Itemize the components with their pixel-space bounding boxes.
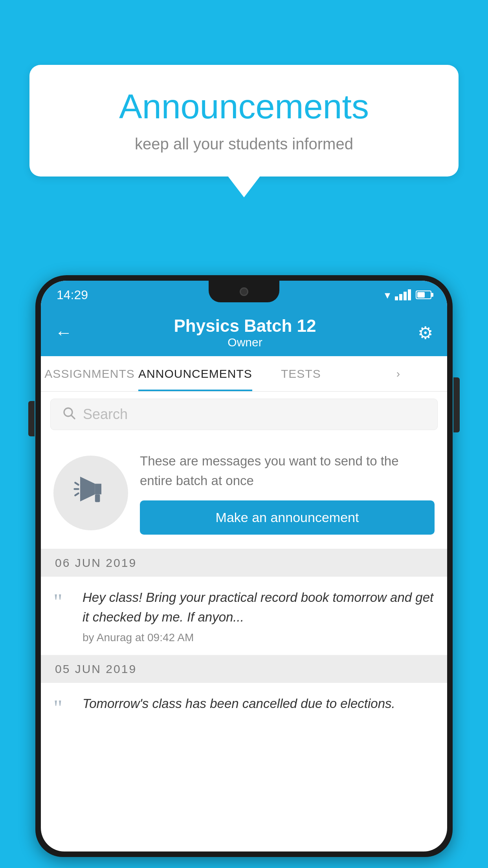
announcement-content-1: Hey class! Bring your practical record b… <box>83 588 435 644</box>
date-separator-1: 06 JUN 2019 <box>41 549 447 577</box>
speech-bubble-section: Announcements keep all your students inf… <box>29 65 459 197</box>
announcements-subtitle: keep all your students informed <box>53 135 435 153</box>
speech-bubble: Announcements keep all your students inf… <box>29 65 459 177</box>
svg-marker-2 <box>95 484 101 494</box>
announcements-title: Announcements <box>53 86 435 127</box>
prompt-icon-circle <box>53 456 128 530</box>
svg-marker-3 <box>80 476 95 501</box>
announcement-text-1: Hey class! Bring your practical record b… <box>83 588 435 627</box>
announcement-content-2: Tomorrow's class has been cancelled due … <box>83 694 435 718</box>
search-box[interactable]: Search <box>50 399 438 430</box>
prompt-right: These are messages you want to send to t… <box>140 451 435 535</box>
wifi-icon: ▾ <box>385 289 390 302</box>
camera-notch <box>240 287 248 296</box>
phone-outer-frame: 14:29 ▾ <box>35 275 453 857</box>
phone-device: 14:29 ▾ <box>35 275 453 868</box>
back-button[interactable]: ← <box>55 323 72 342</box>
header-title-group: Physics Batch 12 Owner <box>174 316 316 349</box>
status-icons: ▾ <box>385 289 431 302</box>
speech-bubble-arrow <box>227 176 261 197</box>
svg-line-1 <box>72 415 75 418</box>
batch-title: Physics Batch 12 <box>174 316 316 336</box>
quote-icon-2: " <box>53 697 73 719</box>
phone-notch <box>209 281 279 302</box>
status-bar: 14:29 ▾ <box>41 281 447 309</box>
svg-line-5 <box>75 482 78 484</box>
date-separator-2: 05 JUN 2019 <box>41 655 447 683</box>
announcement-item-1[interactable]: " Hey class! Bring your practical record… <box>41 577 447 655</box>
tabs-bar: ASSIGNMENTS ANNOUNCEMENTS TESTS › <box>41 356 447 392</box>
announcement-meta-1: by Anurag at 09:42 AM <box>83 631 435 644</box>
settings-icon[interactable]: ⚙ <box>418 323 433 343</box>
search-placeholder: Search <box>83 406 128 423</box>
content-area: Search <box>41 392 447 730</box>
role-subtitle: Owner <box>174 336 316 349</box>
app-header: ← Physics Batch 12 Owner ⚙ <box>41 309 447 356</box>
tab-announcements[interactable]: ANNOUNCEMENTS <box>138 356 252 391</box>
tab-more[interactable]: › <box>350 356 447 391</box>
search-section: Search <box>41 392 447 437</box>
announcement-text-2: Tomorrow's class has been cancelled due … <box>83 694 435 714</box>
svg-rect-4 <box>95 494 100 502</box>
phone-screen: 14:29 ▾ <box>41 281 447 851</box>
signal-icon <box>395 289 411 300</box>
tab-assignments[interactable]: ASSIGNMENTS <box>41 356 138 391</box>
quote-icon-1: " <box>53 591 73 613</box>
megaphone-icon <box>73 471 108 515</box>
tab-tests[interactable]: TESTS <box>252 356 350 391</box>
announcement-item-2[interactable]: " Tomorrow's class has been cancelled du… <box>41 683 447 730</box>
make-announcement-button[interactable]: Make an announcement <box>140 500 435 535</box>
announcement-prompt: These are messages you want to send to t… <box>41 437 447 549</box>
status-time: 14:29 <box>57 288 88 302</box>
svg-line-7 <box>75 493 78 495</box>
battery-icon <box>416 291 431 299</box>
search-icon <box>62 406 76 423</box>
prompt-description: These are messages you want to send to t… <box>140 451 435 490</box>
